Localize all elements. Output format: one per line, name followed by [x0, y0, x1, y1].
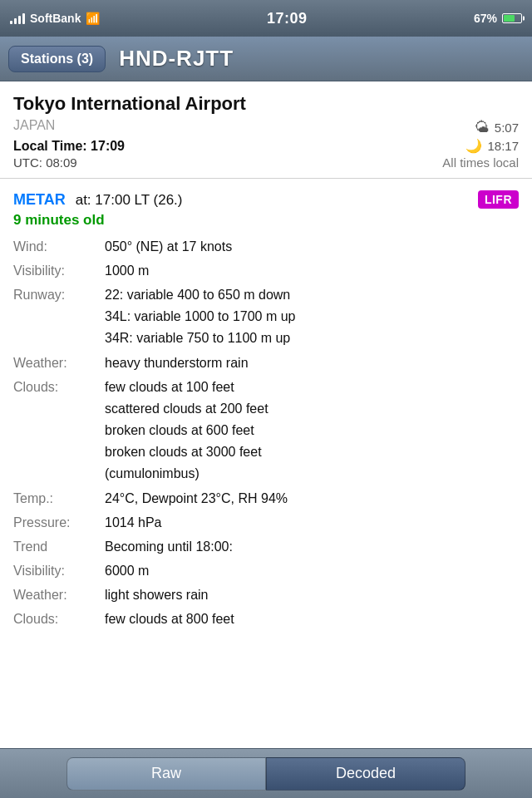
sunrise-icon: 🌤: [475, 119, 490, 136]
nav-bar: Stations (3) HND-RJTT: [0, 37, 532, 81]
visibility-trend-label: Visibility:: [13, 561, 105, 581]
airport-header: Tokyo International Airport JAPAN 🌤 5:07…: [0, 81, 532, 179]
sunset-time: 🌙 18:17: [466, 138, 519, 154]
battery-icon: [502, 13, 522, 23]
clouds-partial-value: few clouds at 800 feet: [105, 609, 519, 629]
clouds-partial-label: Clouds:: [13, 609, 105, 629]
pressure-label: Pressure:: [13, 513, 105, 533]
wifi-icon: 📶: [86, 12, 100, 25]
carrier-label: SoftBank: [30, 12, 81, 25]
moon-icon: 🌙: [466, 138, 482, 154]
all-times-note: All times local: [442, 155, 519, 170]
runway-row: Runway: 22: variable 400 to 650 m down 3…: [13, 285, 519, 349]
weather-label: Weather:: [13, 353, 105, 373]
clouds-partial-row: Clouds: few clouds at 800 feet: [13, 609, 519, 629]
decoded-tab-button[interactable]: Decoded: [266, 757, 466, 791]
local-time-value: 17:09: [91, 139, 125, 153]
runway-label: Runway:: [13, 285, 105, 349]
signal-bars-icon: [10, 12, 25, 24]
nav-title: HND-RJTT: [119, 46, 234, 71]
trend-label: Trend: [13, 537, 105, 557]
airport-country: JAPAN: [13, 118, 55, 133]
status-bar: SoftBank 📶 17:09 67%: [0, 0, 532, 37]
content-area: Tokyo International Airport JAPAN 🌤 5:07…: [0, 81, 532, 748]
metar-age: 9 minutes old: [13, 212, 519, 229]
weather-trend-label: Weather:: [13, 585, 105, 605]
trend-row: Trend Becoming until 18:00:: [13, 537, 519, 557]
visibility-value: 1000 m: [105, 261, 519, 281]
battery-percent: 67%: [474, 12, 497, 25]
sunrise-time: 🌤 5:07: [475, 119, 519, 136]
wind-label: Wind:: [13, 237, 105, 257]
visibility-trend-value: 6000 m: [105, 561, 519, 581]
visibility-row: Visibility: 1000 m: [13, 261, 519, 281]
metar-section: METAR at: 17:00 LT (26.) LIFR 9 minutes …: [0, 179, 532, 643]
wind-row: Wind: 050° (NE) at 17 knots: [13, 237, 519, 257]
status-right: 67%: [474, 12, 522, 25]
weather-trend-row: Weather: light showers rain: [13, 585, 519, 605]
weather-value: heavy thunderstorm rain: [105, 353, 519, 373]
metar-label: METAR: [13, 191, 66, 209]
clouds-row: Clouds: few clouds at 100 feet scattered…: [13, 377, 519, 485]
visibility-trend-row: Visibility: 6000 m: [13, 561, 519, 581]
metar-time: at: 17:00 LT (26.): [76, 192, 183, 209]
wind-value: 050° (NE) at 17 knots: [105, 237, 519, 257]
utc-time: UTC: 08:09: [13, 155, 77, 170]
temp-row: Temp.: 24°C, Dewpoint 23°C, RH 94%: [13, 489, 519, 509]
clouds-label: Clouds:: [13, 377, 105, 485]
status-time: 17:09: [267, 10, 308, 27]
airport-name: Tokyo International Airport: [13, 93, 519, 115]
lifr-badge: LIFR: [478, 190, 519, 209]
tab-bar: Raw Decoded: [0, 748, 532, 798]
raw-tab-button[interactable]: Raw: [66, 757, 266, 791]
weather-trend-value: light showers rain: [105, 585, 519, 605]
temp-label: Temp.:: [13, 489, 105, 509]
visibility-label: Visibility:: [13, 261, 105, 281]
runway-value: 22: variable 400 to 650 m down 34L: vari…: [105, 285, 519, 349]
pressure-row: Pressure: 1014 hPa: [13, 513, 519, 533]
clouds-value: few clouds at 100 feet scattered clouds …: [105, 377, 519, 485]
temp-value: 24°C, Dewpoint 23°C, RH 94%: [105, 489, 519, 509]
back-button[interactable]: Stations (3): [8, 46, 106, 72]
weather-row: Weather: heavy thunderstorm rain: [13, 353, 519, 373]
trend-value: Becoming until 18:00:: [105, 537, 519, 557]
status-left: SoftBank 📶: [10, 12, 100, 25]
pressure-value: 1014 hPa: [105, 513, 519, 533]
local-time-label: Local Time: 17:09: [13, 139, 125, 154]
